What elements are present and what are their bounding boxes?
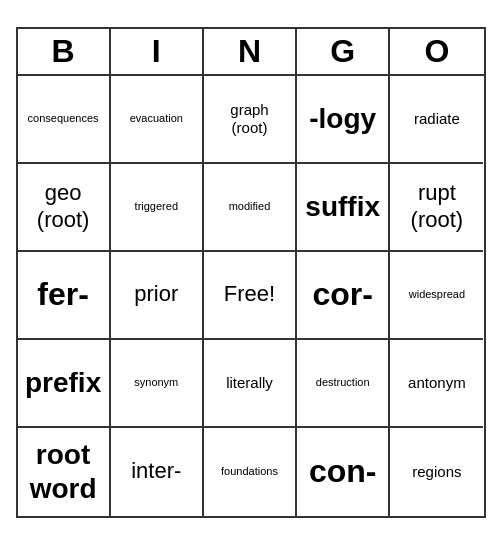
cell-text: graph (root) [230,101,268,137]
bingo-cell: foundations [204,428,297,516]
cell-text: consequences [28,112,99,125]
cell-text: Free! [224,281,275,307]
header-letter: O [390,29,483,74]
cell-text: destruction [316,376,370,389]
bingo-cell: literally [204,340,297,428]
bingo-card: BINGO consequencesevacuationgraph (root)… [16,27,486,518]
cell-text: con- [309,452,377,490]
bingo-grid: consequencesevacuationgraph (root)-logyr… [18,76,484,516]
cell-text: rupt (root) [411,180,464,233]
header-letter: I [111,29,204,74]
bingo-cell: evacuation [111,76,204,164]
bingo-cell: -logy [297,76,390,164]
bingo-cell: con- [297,428,390,516]
cell-text: cor- [312,275,372,313]
cell-text: foundations [221,465,278,478]
bingo-cell: widespread [390,252,483,340]
cell-text: evacuation [130,112,183,125]
bingo-cell: triggered [111,164,204,252]
header-letter: G [297,29,390,74]
bingo-cell: destruction [297,340,390,428]
bingo-cell: regions [390,428,483,516]
cell-text: fer- [37,275,89,313]
header-letter: N [204,29,297,74]
cell-text: geo (root) [37,180,90,233]
cell-text: inter- [131,458,181,484]
bingo-cell: fer- [18,252,111,340]
cell-text: root word [30,438,97,505]
cell-text: prefix [25,366,101,400]
cell-text: -logy [309,102,376,136]
bingo-cell: antonym [390,340,483,428]
cell-text: antonym [408,374,466,392]
cell-text: triggered [135,200,178,213]
cell-text: literally [226,374,273,392]
cell-text: radiate [414,110,460,128]
bingo-cell: rupt (root) [390,164,483,252]
bingo-cell: radiate [390,76,483,164]
bingo-cell: prior [111,252,204,340]
cell-text: modified [229,200,271,213]
bingo-cell: Free! [204,252,297,340]
cell-text: prior [134,281,178,307]
bingo-header: BINGO [18,29,484,76]
bingo-cell: inter- [111,428,204,516]
bingo-cell: suffix [297,164,390,252]
bingo-cell: prefix [18,340,111,428]
cell-text: regions [412,463,461,481]
cell-text: widespread [409,288,465,301]
bingo-cell: synonym [111,340,204,428]
bingo-cell: cor- [297,252,390,340]
bingo-cell: root word [18,428,111,516]
bingo-cell: geo (root) [18,164,111,252]
header-letter: B [18,29,111,74]
cell-text: synonym [134,376,178,389]
cell-text: suffix [305,190,380,224]
bingo-cell: consequences [18,76,111,164]
bingo-cell: graph (root) [204,76,297,164]
bingo-cell: modified [204,164,297,252]
